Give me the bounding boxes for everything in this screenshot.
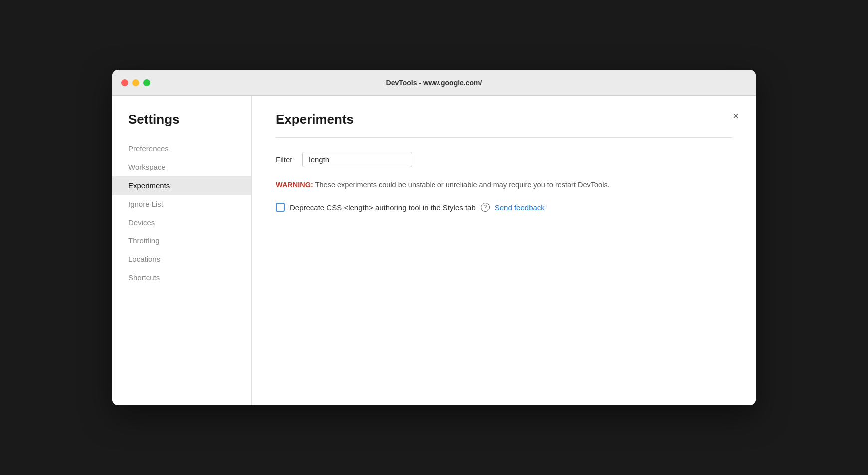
devtools-window: DevTools - www.google.com/ Settings Pref… bbox=[112, 70, 756, 405]
warning-body: These experiments could be unstable or u… bbox=[313, 181, 610, 189]
filter-row: Filter bbox=[276, 152, 732, 167]
help-icon[interactable]: ? bbox=[481, 203, 490, 212]
sidebar-item-throttling[interactable]: Throttling bbox=[112, 232, 251, 250]
minimize-traffic-light[interactable] bbox=[132, 79, 139, 86]
traffic-lights bbox=[121, 79, 150, 86]
sidebar: Settings Preferences Workspace Experimen… bbox=[112, 96, 252, 405]
send-feedback-link[interactable]: Send feedback bbox=[495, 203, 545, 212]
sidebar-item-devices[interactable]: Devices bbox=[112, 213, 251, 232]
experiment-checkbox-0[interactable] bbox=[276, 203, 285, 212]
warning-text: WARNING: These experiments could be unst… bbox=[276, 179, 732, 191]
sidebar-item-experiments[interactable]: Experiments bbox=[112, 176, 251, 195]
sidebar-item-locations[interactable]: Locations bbox=[112, 250, 251, 268]
close-button[interactable]: × bbox=[728, 108, 744, 124]
experiment-label-0: Deprecate CSS <length> authoring tool in… bbox=[290, 203, 476, 212]
sidebar-item-shortcuts[interactable]: Shortcuts bbox=[112, 268, 251, 287]
titlebar: DevTools - www.google.com/ bbox=[112, 70, 756, 96]
filter-label: Filter bbox=[276, 155, 292, 164]
filter-input[interactable] bbox=[302, 152, 412, 167]
window-body: Settings Preferences Workspace Experimen… bbox=[112, 96, 756, 405]
sidebar-nav: Preferences Workspace Experiments Ignore… bbox=[112, 139, 251, 287]
main-content: × Experiments Filter WARNING: These expe… bbox=[252, 96, 756, 405]
experiment-item-0: Deprecate CSS <length> authoring tool in… bbox=[276, 203, 732, 212]
section-divider bbox=[276, 137, 732, 138]
sidebar-item-workspace[interactable]: Workspace bbox=[112, 158, 251, 176]
warning-label: WARNING: bbox=[276, 181, 313, 189]
sidebar-item-preferences[interactable]: Preferences bbox=[112, 139, 251, 158]
page-title: Experiments bbox=[276, 112, 732, 127]
maximize-traffic-light[interactable] bbox=[143, 79, 150, 86]
sidebar-item-ignore-list[interactable]: Ignore List bbox=[112, 195, 251, 213]
titlebar-title: DevTools - www.google.com/ bbox=[386, 79, 482, 87]
close-traffic-light[interactable] bbox=[121, 79, 128, 86]
sidebar-title: Settings bbox=[112, 112, 251, 139]
